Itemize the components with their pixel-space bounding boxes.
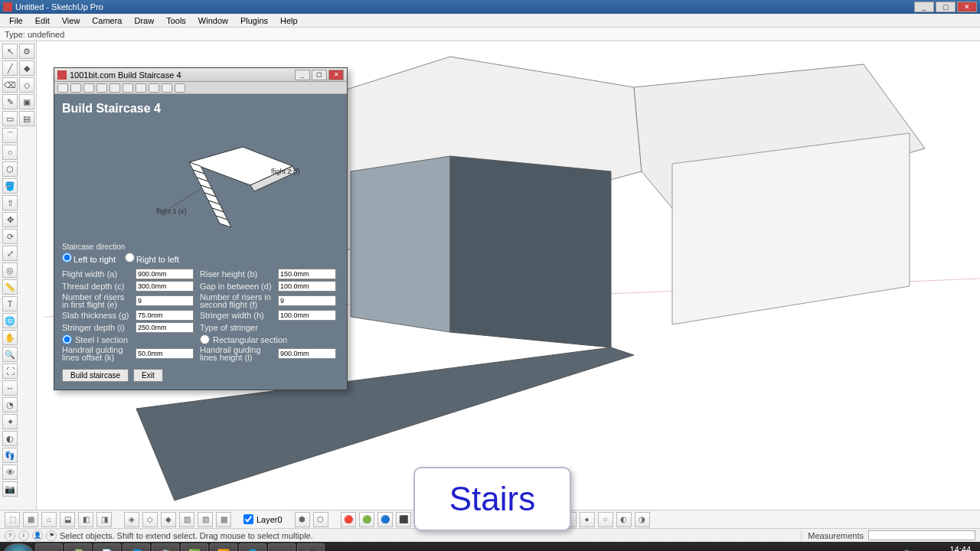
render-icon[interactable]: 🔴	[341, 512, 356, 527]
style-icon[interactable]: ▨	[198, 512, 213, 527]
dlg-tool-icon[interactable]	[57, 83, 68, 93]
flight-width-input[interactable]	[136, 269, 194, 279]
right-view-icon[interactable]: ◨	[96, 512, 112, 527]
task-app-icon[interactable]: 🌐	[239, 543, 266, 551]
style-icon[interactable]: ◇	[142, 512, 158, 527]
paint-tool-icon[interactable]: 🪣	[2, 178, 18, 194]
dlg-tool-icon[interactable]	[83, 83, 94, 93]
task-sketchup-icon[interactable]: 🔺	[268, 543, 296, 551]
maximize-button[interactable]: ▢	[936, 2, 956, 12]
dlg-tool-icon[interactable]	[70, 83, 81, 93]
select-tool-icon[interactable]: ↖	[2, 44, 18, 59]
render-icon[interactable]: 🟢	[359, 512, 374, 527]
menu-window[interactable]: Window	[192, 16, 234, 25]
left-view-icon[interactable]: ◧	[78, 512, 93, 527]
dlg-tool-icon[interactable]	[136, 83, 146, 93]
extra-icon[interactable]: ◑	[635, 512, 650, 527]
menu-plugins[interactable]: Plugins	[234, 16, 274, 25]
hr-height-input[interactable]	[278, 348, 336, 359]
component-icon[interactable]: ⬢	[295, 512, 310, 527]
render-icon[interactable]: 🔵	[377, 512, 393, 527]
menu-edit[interactable]: Edit	[29, 16, 56, 25]
status-icon[interactable]: ⚑	[46, 530, 57, 541]
protractor-tool-icon[interactable]: ◔	[2, 397, 18, 412]
dlg-tool-icon[interactable]	[122, 83, 133, 93]
menu-tools[interactable]: Tools	[160, 16, 192, 25]
task-app-icon[interactable]: 🟩	[181, 543, 208, 551]
dimension-tool-icon[interactable]: ↔	[2, 380, 18, 396]
tool-d-icon[interactable]: ▤	[19, 111, 34, 126]
layer-visible-check[interactable]	[243, 514, 253, 524]
menu-help[interactable]: Help	[274, 16, 304, 25]
task-app-icon[interactable]: 📗	[64, 543, 92, 551]
front-view-icon[interactable]: ⌂	[41, 512, 57, 527]
position-camera-icon[interactable]: 📷	[2, 481, 18, 497]
circle-tool-icon[interactable]: ○	[2, 145, 18, 160]
style-icon[interactable]: ▩	[216, 512, 231, 527]
dlg-tool-icon[interactable]	[162, 83, 172, 93]
menu-draw[interactable]: Draw	[128, 16, 160, 25]
orbit-tool-icon[interactable]: 🌐	[2, 313, 18, 328]
dlg-tool-icon[interactable]	[149, 83, 159, 93]
dlg-tool-icon[interactable]	[175, 83, 185, 93]
dlg-tool-icon[interactable]	[96, 83, 107, 93]
dialog-max-button[interactable]: ▢	[312, 70, 327, 80]
extra-icon[interactable]: ○	[598, 512, 613, 527]
radio-rect[interactable]	[200, 334, 210, 344]
risers2-input[interactable]	[278, 295, 336, 306]
build-button[interactable]: Build staircase	[62, 369, 129, 382]
dlg-tool-icon[interactable]	[109, 83, 120, 93]
dialog-min-button[interactable]: _	[295, 70, 310, 80]
style-icon[interactable]: ◈	[124, 512, 139, 527]
tool-a-icon[interactable]: ◆	[19, 60, 34, 76]
minimize-button[interactable]: _	[914, 2, 934, 12]
hr-offset-input[interactable]	[136, 348, 194, 359]
menu-view[interactable]: View	[56, 16, 87, 25]
style-icon[interactable]: ▧	[179, 512, 194, 527]
rectangle-tool-icon[interactable]: ▭	[2, 111, 18, 126]
look-tool-icon[interactable]: 👁	[2, 465, 18, 480]
measurements-input[interactable]	[868, 530, 975, 540]
stringer-w-input[interactable]	[278, 310, 336, 321]
start-button[interactable]: ⊞	[3, 543, 34, 551]
top-view-icon[interactable]: ▦	[23, 512, 38, 527]
gap-input[interactable]	[278, 281, 336, 292]
task-explorer-icon[interactable]: 📁	[35, 543, 63, 551]
status-icon[interactable]: ?	[5, 530, 15, 541]
stringer-d-input[interactable]	[136, 322, 194, 333]
extra-icon[interactable]: ◐	[616, 512, 632, 527]
task-app-icon[interactable]: 🟧	[210, 543, 237, 551]
plugin-tool-icon[interactable]: ⚙	[19, 44, 34, 59]
radio-r2l-input[interactable]	[125, 253, 135, 262]
text-tool-icon[interactable]: T	[2, 296, 18, 311]
close-button[interactable]: ✕	[957, 2, 977, 12]
exit-button[interactable]: Exit	[133, 369, 163, 382]
tool-c-icon[interactable]: ▣	[19, 94, 34, 109]
extra-icon[interactable]: ●	[580, 512, 595, 527]
rotate-tool-icon[interactable]: ⟳	[2, 229, 18, 244]
style-icon[interactable]: ◆	[161, 512, 176, 527]
tool-b-icon[interactable]: ◇	[19, 77, 34, 93]
menu-camera[interactable]: Camera	[86, 16, 128, 25]
offset-tool-icon[interactable]: ◎	[2, 262, 18, 278]
risers1-input[interactable]	[136, 295, 194, 306]
radio-r2l[interactable]: Right to left	[125, 253, 179, 264]
iso-view-icon[interactable]: ⬚	[5, 512, 20, 527]
radio-l2r-input[interactable]	[62, 253, 72, 262]
section-tool-icon[interactable]: ◐	[2, 431, 18, 446]
axes-tool-icon[interactable]: ✦	[2, 414, 18, 429]
render-icon[interactable]: ⬛	[396, 512, 411, 527]
line-tool-icon[interactable]: ╱	[2, 60, 18, 76]
eraser-tool-icon[interactable]: ⌫	[2, 77, 18, 93]
radio-steel[interactable]	[62, 334, 72, 344]
walk-tool-icon[interactable]: 👣	[2, 448, 18, 463]
task-app-icon[interactable]: 📘	[122, 543, 150, 551]
arc-tool-icon[interactable]: ⌒	[2, 128, 18, 143]
radio-l2r[interactable]: Left to right	[62, 253, 116, 264]
thread-depth-input[interactable]	[136, 281, 194, 292]
riser-height-input[interactable]	[278, 269, 336, 279]
task-app-icon[interactable]: 📋	[152, 543, 179, 551]
polygon-tool-icon[interactable]: ⬡	[2, 161, 18, 177]
zoom-tool-icon[interactable]: 🔍	[2, 347, 18, 362]
dialog-titlebar[interactable]: 1001bit.com Build Staircase 4 _ ▢ ✕	[54, 68, 347, 82]
